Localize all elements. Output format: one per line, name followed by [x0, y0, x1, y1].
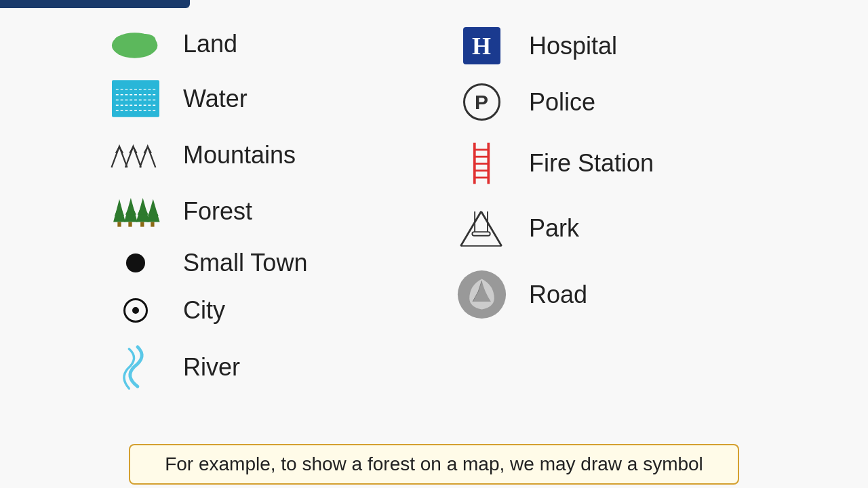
road-label: Road — [529, 281, 587, 309]
police-icon-box: P — [454, 83, 509, 121]
hospital-icon: H — [463, 27, 500, 64]
list-item: City — [108, 296, 454, 325]
svg-rect-4 — [112, 80, 159, 117]
svg-line-29 — [460, 211, 481, 246]
svg-marker-14 — [125, 203, 136, 215]
left-column: Land Water — [108, 27, 454, 410]
park-label: Park — [529, 214, 579, 243]
river-icon — [108, 344, 163, 391]
list-item: Land — [108, 27, 454, 61]
list-item: H Hospital — [454, 27, 800, 64]
svg-rect-18 — [140, 222, 144, 227]
svg-rect-21 — [151, 222, 154, 227]
list-item: Forest — [108, 192, 454, 230]
city-inner-dot — [132, 307, 139, 314]
list-item: Fire Station — [454, 140, 800, 187]
list-item: Road — [454, 269, 800, 320]
svg-line-30 — [481, 211, 502, 246]
forest-icon — [108, 192, 163, 230]
list-item: P Police — [454, 83, 800, 121]
police-label: Police — [529, 88, 595, 117]
right-column: H Hospital P Police — [454, 27, 800, 410]
svg-rect-34 — [472, 232, 490, 236]
land-icon — [108, 27, 163, 61]
forest-label: Forest — [183, 197, 252, 226]
small-town-label: Small Town — [183, 249, 307, 277]
list-item: Water — [108, 80, 454, 117]
svg-point-3 — [115, 37, 153, 57]
city-icon-box — [108, 298, 163, 323]
bottom-note-text: For example, to show a forest on a map, … — [165, 453, 703, 474]
water-icon — [108, 80, 163, 117]
mountains-icon — [108, 136, 163, 174]
park-icon — [454, 206, 509, 250]
svg-marker-20 — [148, 204, 159, 216]
small-town-dot — [126, 253, 145, 272]
small-town-icon — [108, 253, 163, 272]
hospital-label: Hospital — [529, 32, 617, 60]
list-item: Mountains — [108, 136, 454, 174]
city-label: City — [183, 296, 225, 325]
svg-rect-15 — [128, 222, 132, 227]
land-label: Land — [183, 30, 237, 58]
city-icon — [123, 298, 148, 323]
bottom-note: For example, to show a forest on a map, … — [129, 444, 739, 485]
svg-marker-11 — [115, 204, 124, 216]
fire-station-icon — [454, 140, 509, 187]
hospital-icon-box: H — [454, 27, 509, 64]
top-bar — [0, 0, 190, 8]
list-item: Park — [454, 206, 800, 250]
police-icon: P — [463, 83, 500, 121]
fire-station-label: Fire Station — [529, 149, 654, 178]
svg-rect-12 — [117, 222, 121, 227]
road-icon — [454, 269, 509, 320]
mountains-label: Mountains — [183, 141, 296, 169]
list-item: River — [108, 344, 454, 391]
svg-marker-17 — [138, 203, 149, 215]
list-item: Small Town — [108, 249, 454, 277]
river-label: River — [183, 353, 240, 382]
water-label: Water — [183, 85, 248, 113]
legend-grid: Land Water — [0, 7, 868, 424]
